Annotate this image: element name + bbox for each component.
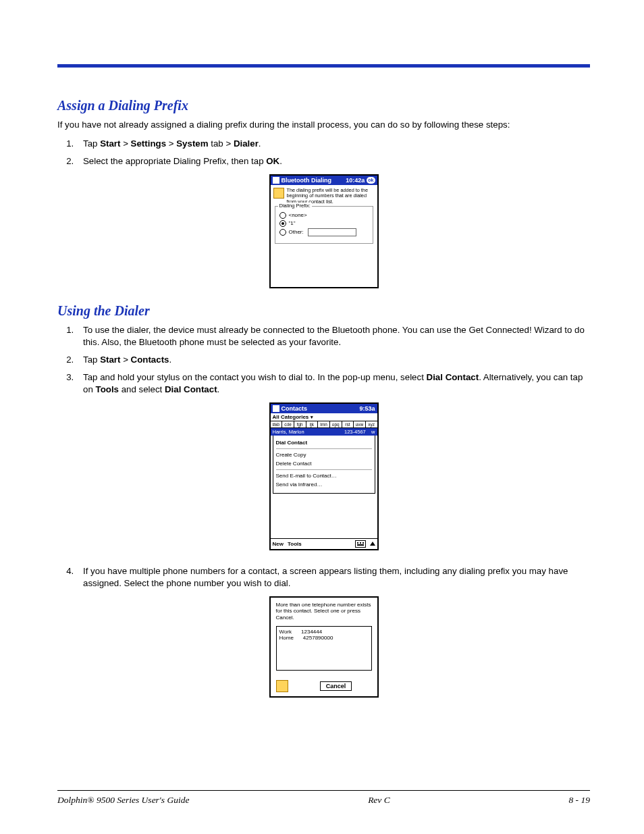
alpha-tab[interactable]: cde	[282, 421, 294, 427]
titlebar: Contacts 9:53a	[271, 404, 377, 413]
t: >	[120, 355, 130, 365]
screenshot-contacts: Contacts 9:53a All Categories ▾ #ab cde …	[269, 402, 379, 550]
radio-icon	[279, 220, 286, 227]
dialing-prefix-group: Dialing Prefix: <none> "1" Other:	[275, 206, 373, 244]
step-2-1: To use the dialer, the device must alrea…	[76, 324, 590, 348]
steps-list-2: To use the dialer, the device must alrea…	[57, 324, 590, 396]
header-rule	[57, 64, 590, 68]
titlebar: Bluetooth Dialing 10:42a ok	[271, 176, 377, 185]
screenshot-select-number: More than one telephone number exists fo…	[269, 596, 379, 698]
kw-dial-contact: Dial Contact	[427, 372, 479, 382]
category-label: All Categories	[273, 414, 311, 420]
menu-send-infrared[interactable]: Send via Infrared…	[276, 480, 372, 489]
new-button[interactable]: New	[273, 541, 284, 547]
phone-number: 1234444	[301, 629, 322, 635]
step-2-2: Tap Start > Contacts.	[76, 354, 590, 366]
clock: 10:42a	[346, 177, 365, 184]
category-dropdown[interactable]: All Categories ▾	[271, 413, 377, 421]
kw-ok: OK	[266, 156, 279, 166]
phone-number-list[interactable]: Work 1234444 Home 4257890000	[276, 626, 372, 671]
radio-one[interactable]: "1"	[279, 220, 370, 227]
kw-system: System	[176, 138, 208, 149]
alpha-tab[interactable]: xyz	[366, 421, 377, 427]
kw-start: Start	[100, 355, 120, 365]
alpha-tab[interactable]: opq	[330, 421, 342, 427]
alpha-tab[interactable]: ijk	[306, 421, 319, 427]
radio-label: "1"	[289, 220, 296, 226]
selected-contact-row[interactable]: Harris, Marlon 123-4567 w	[271, 428, 377, 436]
menu-create-copy[interactable]: Create Copy	[276, 450, 372, 459]
t: >	[166, 138, 176, 149]
radio-none[interactable]: <none>	[279, 212, 370, 219]
heading-assign-prefix: Assign a Dialing Prefix	[57, 98, 590, 113]
intro-text-1: If you have not already assigned a diali…	[57, 119, 590, 131]
heading-using-dialer: Using the Dialer	[57, 303, 590, 319]
t: Tap	[83, 138, 100, 149]
dialog-message: More than one telephone number exists fo…	[276, 602, 372, 621]
step-1-1: Tap Start > Settings > System tab > Dial…	[76, 138, 590, 150]
step-1-2: Select the appropriate Dialing Prefix, t…	[76, 155, 590, 167]
kw-tools: Tools	[96, 384, 119, 394]
windows-icon	[273, 405, 279, 412]
context-menu: Dial Contact Create Copy Delete Contact …	[273, 436, 375, 494]
kw-dial-contact-2: Dial Contact	[165, 384, 217, 394]
phone-type: Home	[279, 635, 294, 641]
list-item[interactable]: Work 1234444	[279, 629, 369, 635]
radio-label: Other:	[289, 229, 304, 235]
t: .	[279, 156, 282, 166]
kw-start: Start	[100, 138, 120, 149]
arrow-up-icon[interactable]	[370, 542, 375, 546]
contact-number: 123-4567	[344, 429, 366, 435]
t: .	[217, 384, 220, 394]
step-2-4: If you have multiple phone numbers for a…	[76, 565, 590, 590]
radio-icon	[279, 212, 286, 219]
chevron-down-icon: ▾	[311, 415, 313, 419]
window-title: Contacts	[281, 405, 308, 412]
contact-type: w	[371, 429, 375, 435]
menu-send-email[interactable]: Send E-mail to Contact…	[276, 471, 372, 480]
kw-settings: Settings	[131, 138, 166, 149]
keyboard-icon[interactable]	[355, 540, 366, 548]
group-legend: Dialing Prefix:	[278, 203, 312, 209]
ok-button[interactable]: ok	[367, 177, 375, 184]
t: >	[120, 138, 130, 149]
radio-icon	[279, 229, 286, 236]
step-2-3: Tap and hold your stylus on the contact …	[76, 371, 590, 396]
cancel-button[interactable]: Cancel	[320, 681, 352, 691]
other-prefix-input[interactable]	[308, 228, 356, 236]
t: tab >	[209, 138, 234, 149]
t: Tap and hold your stylus on the contact …	[83, 372, 427, 382]
contact-name: Harris, Marlon	[273, 429, 304, 435]
footer-left: Dolphin® 9500 Series User's Guide	[57, 795, 189, 806]
radio-label: <none>	[289, 212, 307, 218]
alpha-tab[interactable]: rst	[342, 421, 354, 427]
phone-type: Work	[279, 629, 292, 635]
footer-center: Rev C	[368, 795, 390, 806]
screenshot-bluetooth-dialing: Bluetooth Dialing 10:42a ok The dialing …	[269, 174, 379, 288]
t: Tap	[83, 355, 100, 365]
info-icon	[273, 188, 284, 199]
alpha-tab[interactable]: uvw	[354, 421, 366, 427]
alpha-index[interactable]: #ab cde fgh ijk lmn opq rst uvw xyz	[271, 421, 377, 428]
windows-icon	[273, 177, 279, 184]
menu-dial-contact[interactable]: Dial Contact	[276, 438, 372, 447]
menu-delete-contact[interactable]: Delete Contact	[276, 459, 372, 468]
alpha-tab[interactable]: fgh	[294, 421, 306, 427]
window-title: Bluetooth Dialing	[281, 177, 332, 184]
clock: 9:53a	[359, 405, 375, 412]
tools-button[interactable]: Tools	[288, 541, 302, 547]
kw-contacts: Contacts	[131, 355, 169, 365]
radio-other[interactable]: Other:	[279, 228, 370, 236]
kw-dialer: Dialer	[234, 138, 259, 149]
steps-list-1: Tap Start > Settings > System tab > Dial…	[57, 138, 590, 167]
alpha-tab[interactable]: #ab	[271, 421, 283, 427]
page-footer: Dolphin® 9500 Series User's Guide Rev C …	[57, 790, 590, 806]
alpha-tab[interactable]: lmn	[318, 421, 330, 427]
footer-right: 8 - 19	[568, 795, 590, 806]
t: Select the appropriate Dialing Prefix, t…	[83, 156, 266, 166]
bottom-toolbar: New Tools	[271, 538, 377, 549]
list-item[interactable]: Home 4257890000	[279, 635, 369, 641]
phone-number: 4257890000	[303, 635, 333, 641]
phone-icon	[276, 680, 288, 692]
t: .	[169, 355, 171, 365]
